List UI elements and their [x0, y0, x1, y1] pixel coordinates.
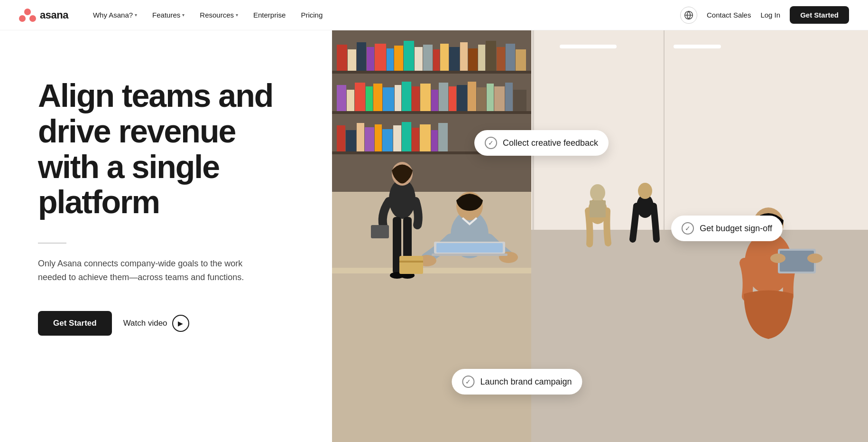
svg-point-89: [638, 183, 652, 199]
svg-rect-40: [431, 90, 438, 111]
svg-rect-53: [365, 127, 374, 151]
svg-rect-77: [436, 243, 503, 253]
svg-rect-82: [560, 45, 617, 48]
svg-rect-12: [357, 42, 366, 71]
svg-rect-78: [399, 256, 423, 274]
cta-group: Get Started Watch video ▶: [38, 311, 294, 336]
svg-rect-62: [332, 192, 531, 442]
svg-rect-60: [431, 130, 438, 151]
svg-rect-14: [375, 44, 386, 71]
svg-rect-87: [590, 200, 606, 217]
svg-rect-61: [438, 123, 448, 151]
svg-rect-56: [393, 125, 401, 151]
svg-rect-59: [420, 124, 431, 151]
svg-rect-16: [394, 46, 403, 71]
svg-rect-58: [412, 128, 419, 151]
nav-right: Contact Sales Log In Get Started: [680, 6, 849, 24]
svg-rect-79: [399, 261, 423, 263]
svg-rect-31: [347, 90, 354, 111]
svg-rect-11: [348, 49, 356, 71]
svg-rect-24: [468, 48, 478, 71]
task-card-collect-label: Collect creative feedback: [503, 138, 598, 148]
globe-icon: [684, 10, 693, 20]
nav-enterprise[interactable]: Enterprise: [248, 7, 291, 23]
nav-get-started-button[interactable]: Get Started: [790, 6, 849, 24]
svg-rect-44: [468, 82, 476, 111]
svg-rect-38: [412, 86, 420, 111]
hero-title: Align teams and drive revenue with a sin…: [38, 78, 294, 220]
chevron-down-icon: ▾: [182, 12, 185, 18]
svg-rect-41: [439, 83, 448, 111]
language-selector[interactable]: [680, 7, 697, 24]
svg-rect-32: [355, 83, 365, 111]
svg-rect-47: [494, 86, 505, 111]
svg-rect-18: [415, 47, 423, 71]
svg-rect-51: [346, 130, 356, 151]
svg-rect-43: [457, 85, 467, 111]
svg-rect-15: [387, 48, 394, 71]
svg-rect-39: [420, 84, 431, 111]
logo[interactable]: asana: [19, 7, 68, 24]
nav-links: Why Asana? ▾ Features ▾ Resources ▾ Ente…: [87, 7, 680, 23]
watch-video-label: Watch video: [123, 319, 167, 328]
nav-pricing[interactable]: Pricing: [295, 7, 328, 23]
svg-rect-22: [449, 47, 460, 71]
task-card-launch: ✓ Launch brand campaign: [452, 369, 582, 395]
svg-rect-34: [373, 84, 382, 111]
svg-rect-10: [337, 45, 347, 71]
svg-rect-42: [449, 86, 456, 111]
hero-right-panel: ✓ Collect creative feedback ✓ Get budget…: [332, 30, 868, 442]
nav-why-asana[interactable]: Why Asana? ▾: [87, 7, 143, 23]
watch-video-link[interactable]: Watch video ▶: [123, 315, 189, 332]
svg-rect-50: [337, 125, 345, 151]
chevron-down-icon: ▾: [135, 12, 137, 18]
log-in-link[interactable]: Log In: [760, 11, 780, 19]
svg-rect-27: [497, 47, 505, 71]
svg-rect-25: [478, 45, 485, 71]
svg-rect-7: [332, 71, 531, 74]
svg-rect-17: [404, 41, 414, 71]
svg-rect-28: [506, 44, 515, 71]
svg-rect-49: [513, 90, 526, 111]
svg-rect-33: [366, 86, 373, 111]
svg-rect-8: [332, 111, 531, 114]
svg-rect-35: [383, 87, 394, 111]
svg-rect-37: [402, 82, 411, 111]
task-card-budget: ✓ Get budget sign-off: [671, 216, 783, 241]
background-scene: [332, 30, 868, 442]
svg-rect-48: [505, 83, 513, 111]
divider: [38, 243, 66, 244]
nav-features[interactable]: Features ▾: [147, 7, 190, 23]
logo-text: asana: [40, 9, 68, 21]
svg-rect-83: [674, 45, 721, 48]
svg-rect-29: [516, 49, 526, 71]
svg-rect-63: [332, 268, 541, 273]
task-card-collect: ✓ Collect creative feedback: [474, 130, 609, 156]
nav-resources[interactable]: Resources ▾: [194, 7, 244, 23]
check-icon: ✓: [462, 376, 474, 388]
svg-rect-57: [402, 122, 411, 151]
svg-rect-30: [337, 85, 346, 111]
svg-point-2: [29, 15, 36, 22]
play-icon: ▶: [172, 315, 189, 332]
svg-point-97: [807, 254, 822, 263]
svg-rect-95: [780, 251, 814, 272]
svg-rect-20: [433, 49, 440, 71]
svg-point-96: [770, 254, 785, 263]
contact-sales-link[interactable]: Contact Sales: [707, 11, 751, 19]
svg-rect-45: [477, 87, 486, 111]
svg-rect-21: [440, 44, 449, 71]
svg-rect-66: [371, 225, 389, 238]
hero-subtitle: Only Asana connects company-wide goals t…: [38, 257, 247, 284]
svg-rect-52: [357, 123, 364, 151]
task-card-launch-label: Launch brand campaign: [480, 377, 572, 387]
navbar: asana Why Asana? ▾ Features ▾ Resources …: [0, 0, 868, 30]
svg-rect-75: [432, 254, 508, 256]
svg-rect-46: [487, 84, 494, 111]
hero-left-panel: Align teams and drive revenue with a sin…: [0, 30, 332, 442]
svg-rect-55: [382, 129, 393, 151]
svg-rect-26: [486, 41, 496, 71]
svg-rect-13: [367, 47, 374, 71]
hero-get-started-button[interactable]: Get Started: [38, 311, 112, 336]
main-content: Align teams and drive revenue with a sin…: [0, 30, 868, 442]
